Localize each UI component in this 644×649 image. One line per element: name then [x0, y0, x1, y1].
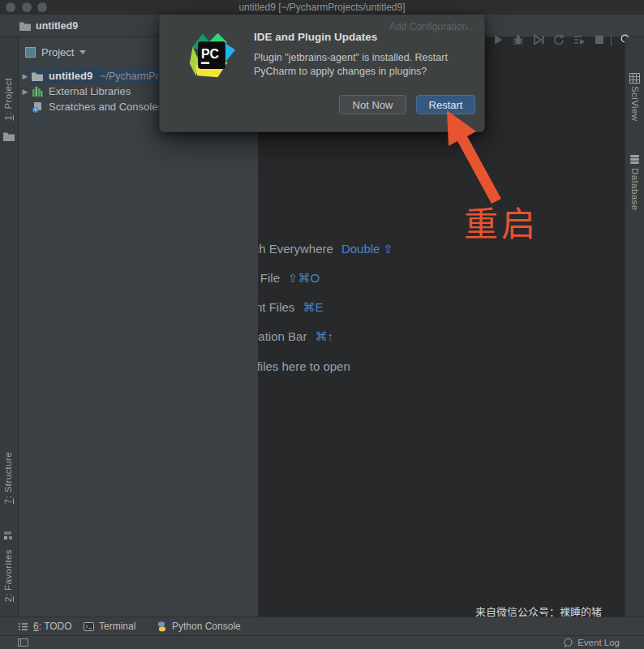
- sidebar-item-project[interactable]: 1: Project: [3, 78, 13, 121]
- not-now-button[interactable]: Not Now: [339, 95, 406, 114]
- bottom-tool-bar: 6: TODO Terminal Python Console: [0, 617, 644, 635]
- terminal-button[interactable]: Terminal: [84, 617, 135, 635]
- sidebar-item-database[interactable]: Database: [630, 168, 640, 210]
- python-console-button[interactable]: Python Console: [157, 617, 241, 635]
- database-icon[interactable]: [629, 154, 640, 165]
- external-libraries-icon: [32, 86, 43, 97]
- status-bar: Event Log: [0, 635, 644, 649]
- logo-text: PC: [201, 47, 220, 61]
- scratches-icon: [32, 101, 43, 113]
- toolbar-separator: [611, 34, 612, 46]
- window-title: untitled9 [~/PycharmProjects/untitled9]: [0, 0, 644, 15]
- structure-icon[interactable]: [3, 531, 14, 541]
- debug-icon[interactable]: [512, 33, 525, 46]
- sidebar-item-structure[interactable]: 7: Structure: [3, 452, 13, 504]
- expand-arrow-icon[interactable]: ▶: [21, 88, 29, 96]
- dialog-title: IDE and Plugin Updates: [254, 31, 377, 43]
- folder-icon: [19, 21, 31, 31]
- run-configuration-icon[interactable]: [573, 33, 586, 46]
- annotation-label: 重启: [464, 196, 539, 246]
- event-log-icon: [563, 638, 573, 648]
- restart-button[interactable]: Restart: [416, 95, 475, 114]
- project-pane-icon: [25, 47, 36, 58]
- dialog-body-line2: PyCharm to apply changes in plugins?: [254, 66, 427, 77]
- project-stripe-folder-icon[interactable]: [3, 131, 15, 141]
- python-icon: [157, 621, 167, 632]
- dialog-body-line1: Plugin "jetbrains-agent" is installed. R…: [254, 52, 448, 63]
- breadcrumb[interactable]: untitled9: [19, 15, 78, 37]
- chevron-down-icon: [79, 50, 86, 54]
- terminal-icon: [84, 621, 94, 632]
- add-configuration-button[interactable]: Add Configuration...: [389, 21, 475, 32]
- todo-icon: [18, 621, 28, 632]
- toolwindow-toggle-icon[interactable]: [18, 638, 28, 647]
- event-log-button[interactable]: Event Log: [563, 636, 620, 649]
- breadcrumb-project-name: untitled9: [36, 20, 78, 32]
- expand-arrow-icon[interactable]: ▶: [21, 72, 29, 80]
- sciview-grid-icon[interactable]: [629, 73, 640, 84]
- pycharm-logo: PC: [187, 31, 236, 80]
- run-coverage-icon[interactable]: [532, 33, 545, 46]
- sidebar-item-favorites[interactable]: 2: Favorites: [3, 549, 13, 602]
- folder-icon: [32, 71, 43, 81]
- run-icon[interactable]: [492, 33, 504, 46]
- sidebar-item-sciview[interactable]: SciView: [630, 86, 640, 122]
- profiler-icon[interactable]: [552, 33, 565, 46]
- right-tool-window-bar: SciView Database: [625, 37, 644, 617]
- todo-button[interactable]: 6: TODO: [18, 617, 72, 635]
- stop-icon[interactable]: [593, 33, 606, 46]
- left-tool-window-bar: 1: Project 7: Structure 2: Favorites ★: [0, 37, 19, 617]
- project-panel-title: Project: [41, 46, 74, 58]
- title-bar: untitled9 [~/PycharmProjects/untitled9]: [0, 0, 644, 15]
